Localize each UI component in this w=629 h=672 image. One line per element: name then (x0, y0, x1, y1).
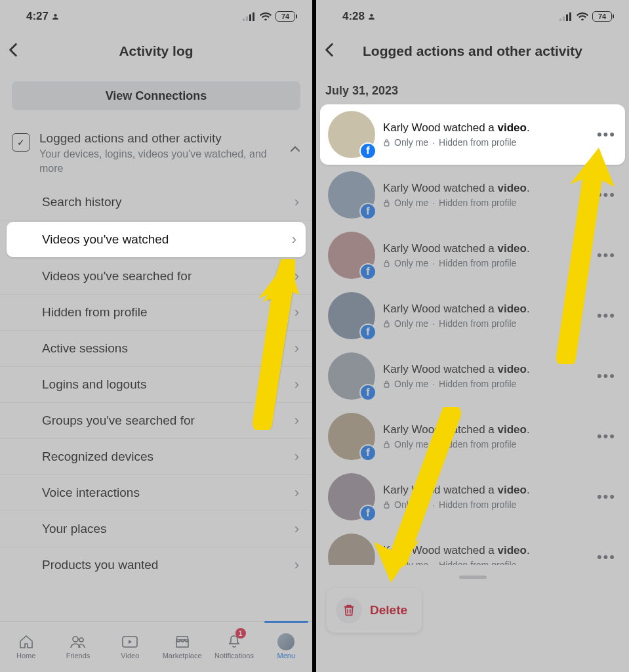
item-label: Your places (42, 522, 107, 536)
view-connections-label: View Connections (106, 89, 207, 103)
activity-row[interactable]: f Karly Wood watched a video. Only me · … (320, 225, 625, 285)
chevron-right-icon: › (294, 194, 299, 211)
item-groups-searched[interactable]: Groups you've searched for › (0, 403, 312, 439)
meta-label: Hidden from profile (439, 439, 516, 450)
meta-label: Hidden from profile (439, 137, 516, 148)
activity-meta: Only me · Hidden from profile (383, 318, 586, 329)
privacy-label: Only me (394, 379, 428, 389)
svg-rect-14 (384, 142, 389, 146)
activity-text: Karly Wood watched a video. (383, 242, 586, 255)
menu-avatar-icon (277, 634, 294, 650)
activity-row[interactable]: f Karly Wood watched a video. Only me · … (320, 406, 625, 467)
status-icons: 74 (243, 11, 295, 22)
time-text: 4:27 (26, 10, 49, 23)
battery-text: 74 (281, 12, 289, 20)
dot-separator: · (432, 499, 435, 510)
battery-text: 74 (598, 12, 606, 20)
more-options-button[interactable]: ••• (594, 247, 619, 264)
activity-text: Karly Wood watched a video. (383, 121, 586, 135)
privacy-label: Only me (394, 258, 428, 268)
more-options-button[interactable]: ••• (594, 307, 619, 324)
more-options-button[interactable]: ••• (594, 368, 619, 385)
section-header[interactable]: ✓ Logged actions and other activity Your… (0, 129, 312, 182)
item-search-history[interactable]: Search history › (0, 184, 312, 220)
home-icon (18, 634, 34, 650)
time-text: 4:28 (342, 10, 365, 23)
svg-rect-0 (243, 18, 245, 21)
marketplace-icon (174, 634, 190, 650)
privacy-label: Only me (394, 439, 428, 450)
lock-icon (383, 259, 390, 267)
back-button[interactable] (8, 41, 18, 62)
item-videos-watched[interactable]: Videos you've watched › (7, 222, 306, 257)
more-options-button[interactable]: ••• (594, 126, 619, 143)
activity-row[interactable]: f Karly Wood watched a video. Only me · … (320, 467, 625, 527)
more-options-button[interactable]: ••• (594, 488, 619, 505)
activity-info: Karly Wood watched a video. Only me · Hi… (383, 303, 586, 329)
more-options-button[interactable]: ••• (594, 549, 619, 566)
tab-bar: Home Friends Video Marketplace 1 Notific… (0, 621, 312, 672)
status-icons: 74 (559, 11, 612, 22)
sheet-handle[interactable] (459, 576, 487, 579)
facebook-badge-icon: f (359, 505, 376, 522)
item-recognized-devices[interactable]: Recognized devices › (0, 439, 312, 475)
chevron-left-icon (8, 43, 18, 57)
activity-meta: Only me · Hidden from profile (383, 439, 586, 450)
tab-label: Video (121, 652, 139, 660)
item-active-sessions[interactable]: Active sessions › (0, 331, 312, 367)
item-products-wanted[interactable]: Products you wanted › (0, 547, 312, 583)
back-button[interactable] (324, 41, 335, 62)
item-voice-interactions[interactable]: Voice interactions › (0, 475, 312, 511)
item-label: Recognized devices (42, 450, 153, 464)
more-options-button[interactable]: ••• (594, 428, 619, 445)
wifi-icon (260, 12, 272, 21)
svg-rect-18 (384, 383, 389, 387)
item-videos-searched[interactable]: Videos you've searched for › (0, 259, 312, 295)
tab-video[interactable]: Video (104, 621, 156, 672)
chevron-right-icon: › (294, 376, 299, 393)
activity-row[interactable]: f Karly Wood watched a video. Only me · … (320, 165, 625, 225)
activity-text: Karly Wood watched a video. (383, 363, 586, 376)
facebook-badge-icon: f (359, 444, 376, 461)
activity-row[interactable]: f Karly Wood watched a video. Only me · … (320, 104, 625, 165)
more-options-button[interactable]: ••• (594, 186, 619, 203)
dot-separator: · (432, 137, 435, 148)
svg-rect-2 (249, 14, 251, 21)
privacy-label: Only me (394, 198, 428, 208)
item-logins-logouts[interactable]: Logins and logouts › (0, 367, 312, 403)
item-label: Logins and logouts (42, 377, 147, 392)
chevron-right-icon: › (294, 484, 299, 501)
tab-menu[interactable]: Menu (260, 621, 312, 672)
facebook-badge-icon: f (359, 142, 376, 159)
privacy-label: Only me (394, 499, 428, 510)
nav-header: Activity log (0, 33, 312, 70)
svg-point-4 (73, 637, 78, 642)
activity-row[interactable]: f Karly Wood watched a video. Only me · … (320, 285, 625, 346)
dot-separator: · (432, 318, 435, 329)
activity-info: Karly Wood watched a video. Only me · Hi… (383, 363, 586, 389)
activity-thumbnail: f (328, 473, 375, 520)
activity-info: Karly Wood watched a video. Only me · Hi… (383, 484, 586, 510)
view-connections-button[interactable]: View Connections (12, 81, 300, 110)
svg-point-5 (79, 638, 83, 642)
activity-meta: Only me · Hidden from profile (383, 258, 586, 268)
tab-friends[interactable]: Friends (52, 621, 104, 672)
item-label: Search history (42, 195, 121, 209)
wifi-icon (577, 12, 588, 21)
activity-text: Karly Wood watched a video. (383, 303, 586, 316)
activity-row[interactable]: f Karly Wood watched a video. Only me · … (320, 346, 625, 406)
meta-label: Hidden from profile (439, 499, 516, 510)
item-hidden-from-profile[interactable]: Hidden from profile › (0, 295, 312, 331)
activity-info: Karly Wood watched a video. Only me · Hi… (383, 121, 586, 148)
tab-marketplace[interactable]: Marketplace (156, 621, 208, 672)
checklist-icon: ✓ (12, 133, 30, 152)
items-list: Search history › Videos you've watched ›… (0, 182, 312, 583)
item-your-places[interactable]: Your places › (0, 511, 312, 547)
tab-home[interactable]: Home (0, 621, 52, 672)
tab-notifications[interactable]: 1 Notifications (208, 621, 260, 672)
item-label: Videos you've watched (42, 232, 169, 247)
svg-rect-17 (384, 323, 389, 327)
friends-icon (70, 634, 87, 650)
delete-button[interactable]: Delete (327, 588, 422, 633)
dot-separator: · (432, 258, 435, 268)
